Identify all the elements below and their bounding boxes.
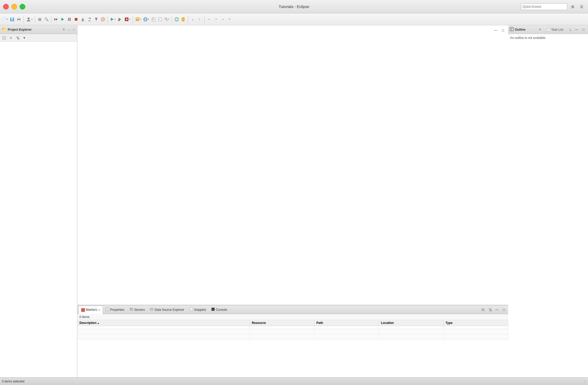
sep1 [23,16,24,23]
svg-rect-2 [11,19,13,21]
col-path[interactable]: Path [314,320,379,326]
close-button[interactable] [3,4,9,10]
editor-view-button[interactable]: ▤ [37,15,43,23]
minimize-button[interactable] [11,4,17,10]
search-resource-dropdown[interactable]: ▾ [164,15,170,23]
table-row [77,328,508,331]
outline-minimize-button[interactable]: — [574,26,580,34]
outline-close-icon[interactable]: ✕ [538,27,542,32]
print-button[interactable] [16,15,22,23]
markers-item-count: 0 items [77,314,508,320]
editor-maximize-button[interactable]: □ [500,26,506,34]
back-dropdown-button[interactable]: ▾ [213,15,219,23]
svg-rect-14 [81,21,84,21]
resume-button[interactable] [60,15,66,23]
svg-text:T: T [152,18,154,21]
save-button[interactable] [9,15,15,23]
svg-marker-21 [111,18,113,21]
col-location[interactable]: Location [379,320,443,326]
tab-data-source-explorer[interactable]: Data Source Explorer [147,305,187,314]
data-source-tab-icon [150,307,153,312]
navigate-down-button[interactable]: ↓ [190,15,196,23]
bottom-panel-sort-button[interactable] [480,306,486,314]
view-menu-button[interactable]: ▾ [21,34,27,42]
project-explorer-maximize-button[interactable]: □ [72,28,76,32]
bottom-panel-maximize-button[interactable]: □ [501,306,507,314]
project-explorer-minimize-button[interactable]: — [67,28,71,32]
search-button[interactable]: 🔍 [43,15,50,23]
outline-panel: Outline ✕ Task List — □ An outline is no… [508,25,588,377]
step-over-button[interactable] [86,15,93,23]
tab-properties[interactable]: Properties [103,305,127,314]
svg-rect-4 [18,18,20,19]
skip-all-breakpoints-button[interactable] [53,15,59,23]
open-task-dropdown[interactable]: ▾ [134,15,142,23]
bottom-panel-view-menu-filter[interactable] [487,306,493,314]
run-last-dropdown[interactable]: ▾ [109,15,116,23]
svg-rect-12 [75,18,77,21]
step-return-button[interactable] [93,15,99,23]
link-with-editor-button[interactable] [8,34,14,42]
forward-button[interactable]: → [219,15,226,23]
forward-dropdown-button[interactable]: ▾ [226,15,232,23]
open-perspective-icon[interactable]: ☰ [578,3,585,10]
svg-point-35 [165,18,167,20]
svg-rect-11 [70,18,71,21]
navigate-up-button[interactable]: ↑ [197,15,203,23]
project-explorer-close-icon[interactable]: ✕ [62,27,66,32]
tab-servers[interactable]: Servers [127,305,147,314]
open-resource-button[interactable]: ≡ [157,15,163,23]
editor-area: — □ [77,25,508,305]
maximize-button[interactable] [20,4,25,10]
svg-rect-10 [68,18,69,21]
col-type[interactable]: Type [443,320,508,326]
open-browser-button[interactable] [174,15,180,23]
quick-access-input[interactable] [521,3,567,10]
markers-tab-icon: ! [81,308,85,312]
col-resource[interactable]: Resource [250,320,314,326]
servers-tab-icon [129,307,133,312]
table-row [77,326,508,328]
data-source-tab-label: Data Source Explorer [154,308,184,312]
svg-rect-16 [88,21,91,21]
project-explorer-toolbar: ▾ [0,34,77,42]
sep4 [108,16,108,23]
task-list-tab[interactable]: Task List [545,27,565,32]
properties-tab-label: Properties [110,308,124,312]
tab-markers[interactable]: ! Markers ✕ [78,306,103,314]
open-web-dropdown[interactable]: ▾ [142,15,150,23]
bottom-tabs: ! Markers ✕ Properties [77,305,508,314]
bottom-panel-minimize-button[interactable]: — [494,306,500,314]
outline-not-available-text: An outline is not available. [510,36,546,40]
servers-tab-label: Servers [134,308,145,312]
perspectives-icon[interactable]: ⊞ [569,3,576,10]
user-dropdown-button[interactable]: ▾ [25,15,33,23]
tab-snippets[interactable]: Snippets [187,305,209,314]
status-more-icon: ⋮ [583,380,586,383]
collapse-all-button[interactable] [1,34,7,42]
use-step-filters-button[interactable] [100,15,106,23]
new-button[interactable]: 📄▾ [2,15,9,23]
pause-button[interactable] [66,15,72,23]
back-button[interactable]: ← [206,15,212,23]
debug-last-dropdown[interactable] [117,15,123,23]
editor-minimize-button[interactable]: — [493,26,499,34]
svg-rect-1 [11,18,13,19]
step-into-button[interactable] [80,15,86,23]
filter-button[interactable] [14,34,21,42]
stop-button[interactable] [73,15,79,23]
prev-annotation-button[interactable] [180,15,186,23]
outline-panel-header: Outline ✕ Task List — □ [508,25,588,34]
tab-console[interactable]: Console [209,305,230,314]
svg-rect-26 [136,18,139,21]
outline-view-filter[interactable] [567,26,573,34]
sep6 [172,16,172,23]
outline-title: Outline [515,28,537,31]
snippets-tab-icon [189,307,193,312]
coverage-dropdown[interactable]: ▾ [124,15,131,23]
col-description[interactable]: Description [77,320,250,326]
outline-maximize-button[interactable]: □ [580,26,586,34]
markers-tab-close[interactable]: ✕ [98,308,100,311]
open-type-button[interactable]: T [150,15,157,23]
bottom-panel: ! Markers ✕ Properties [77,305,508,377]
